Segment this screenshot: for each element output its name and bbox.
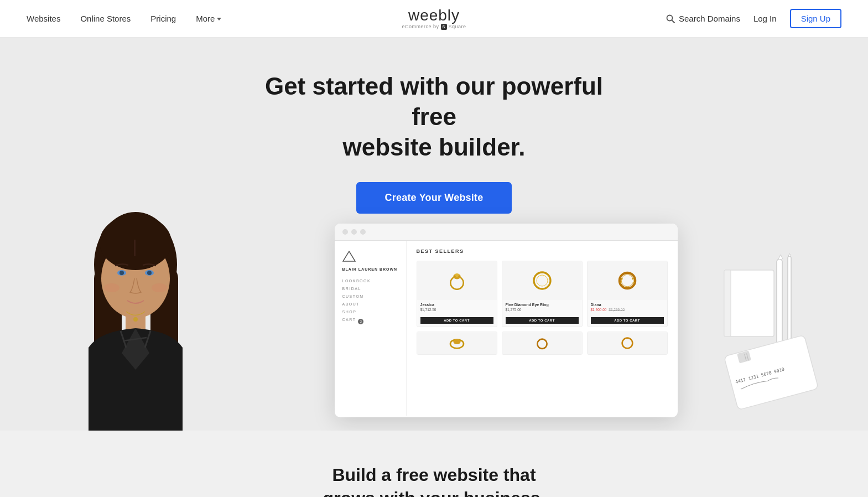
nav-left: Websites Online Stores Pricing More	[27, 14, 221, 23]
products-grid-row2	[417, 332, 668, 355]
add-to-cart-button-1[interactable]: ADD TO CART	[506, 317, 579, 324]
ring-illustration-1	[528, 267, 556, 294]
svg-rect-33	[724, 270, 731, 336]
product-img-2	[588, 261, 667, 300]
signup-button[interactable]: Sign Up	[790, 9, 841, 28]
best-sellers-title: BEST SELLERS	[417, 249, 668, 254]
browser-dot-yellow	[351, 229, 357, 235]
product-card-1: Fine Diamond Eye Ring $1,275.00 ADD TO C…	[502, 261, 583, 327]
ring-small-0	[446, 335, 468, 351]
product-name-1: Fine Diamond Eye Ring	[506, 303, 579, 307]
sidebar-nav-lookbook: LOOKBOOK	[342, 279, 398, 283]
svg-point-31	[622, 338, 632, 349]
sidebar-brand: BLAIR LAUREN BROWN	[342, 267, 398, 271]
hero-headline: Get started with our powerful free websi…	[241, 71, 628, 162]
product-price-2: $1,900.00 $3,299.00	[591, 308, 664, 312]
svg-line-1	[672, 20, 675, 23]
svg-point-15	[133, 317, 138, 322]
svg-point-22	[619, 273, 635, 288]
product-name-2: Diana	[591, 303, 664, 307]
product-name-0: Jessica	[420, 303, 493, 307]
product-card-r2-2	[587, 332, 668, 355]
search-icon	[666, 14, 675, 23]
svg-point-27	[633, 282, 635, 283]
svg-point-12	[147, 271, 152, 275]
add-to-cart-button-2[interactable]: ADD TO CART	[591, 317, 664, 324]
svg-rect-8	[134, 240, 136, 256]
brand-tagline: eCommerce by S Square	[402, 24, 466, 30]
svg-point-25	[632, 278, 633, 279]
nav-more[interactable]: More	[196, 14, 221, 23]
sidebar-nav-custom: CUSTOM	[342, 294, 398, 298]
svg-point-29	[453, 339, 460, 344]
product-img-r2-2	[588, 332, 667, 354]
create-website-button[interactable]: Create Your Website	[356, 182, 512, 214]
brand-name: weebly	[408, 8, 460, 23]
svg-point-24	[621, 278, 622, 279]
product-price-0: $1,712.50	[420, 308, 493, 312]
svg-point-13	[104, 283, 119, 292]
svg-point-14	[152, 283, 167, 292]
browser-bar	[335, 224, 678, 241]
ring-illustration-0	[443, 267, 471, 294]
ring-small-1	[531, 335, 553, 351]
person-illustration	[44, 198, 227, 431]
svg-point-21	[537, 275, 548, 286]
login-button[interactable]: Log In	[753, 14, 777, 23]
products-grid: Jessica $1,712.50 ADD TO CART	[417, 261, 668, 327]
svg-point-23	[621, 275, 633, 287]
sidebar-cart: CART 2	[342, 318, 398, 325]
product-img-1	[502, 261, 582, 300]
search-domains-button[interactable]: Search Domains	[666, 14, 740, 23]
logo[interactable]: weebly eCommerce by S Square	[402, 8, 466, 30]
product-card-r2-0	[417, 332, 497, 355]
sidebar-nav-about: ABOUT	[342, 302, 398, 306]
svg-point-26	[620, 282, 621, 283]
hero-lower: BLAIR LAUREN BROWN LOOKBOOK BRIDAL CUSTO…	[302, 224, 678, 417]
browser-main: BEST SELLERS	[407, 241, 678, 416]
site-logo-triangle	[342, 251, 356, 262]
person-svg	[44, 198, 227, 431]
browser-mockup: BLAIR LAUREN BROWN LOOKBOOK BRIDAL CUSTO…	[335, 224, 678, 417]
square-icon: S	[441, 24, 447, 30]
product-img-r2-1	[502, 332, 582, 354]
nav-online-stores[interactable]: Online Stores	[80, 14, 131, 23]
product-card-r2-1	[502, 332, 583, 355]
bottom-headline: Build a free website that grows with you…	[27, 464, 841, 497]
deco-svg: 4417 1231 5678 9010	[713, 253, 824, 420]
product-card-2: Diana $1,900.00 $3,299.00 ADD TO CART	[587, 261, 668, 327]
svg-point-30	[537, 339, 547, 349]
browser-dot-green	[360, 229, 366, 235]
svg-point-20	[534, 272, 550, 289]
sidebar-nav-shop: SHOP	[342, 310, 398, 314]
product-info-0: Jessica $1,712.50 ADD TO CART	[417, 300, 497, 327]
product-card-0: Jessica $1,712.50 ADD TO CART	[417, 261, 497, 327]
nav-websites[interactable]: Websites	[27, 14, 60, 23]
nav-pricing[interactable]: Pricing	[150, 14, 176, 23]
navbar: Websites Online Stores Pricing More weeb…	[0, 0, 868, 38]
browser-content: BLAIR LAUREN BROWN LOOKBOOK BRIDAL CUSTO…	[335, 241, 678, 416]
sidebar-nav-bridal: BRIDAL	[342, 287, 398, 291]
ring-illustration-2	[614, 267, 641, 294]
nav-right: Search Domains Log In Sign Up	[666, 9, 841, 28]
product-info-2: Diana $1,900.00 $3,299.00 ADD TO CART	[588, 300, 667, 327]
svg-point-19	[455, 273, 459, 277]
ring-small-2	[616, 335, 638, 351]
product-price-1: $1,275.00	[506, 308, 579, 312]
svg-rect-32	[724, 270, 774, 336]
product-info-1: Fine Diamond Eye Ring $1,275.00 ADD TO C…	[502, 300, 582, 327]
svg-point-10	[119, 271, 124, 275]
hero-section: Get started with our powerful free websi…	[0, 38, 868, 431]
add-to-cart-button-0[interactable]: ADD TO CART	[420, 317, 493, 324]
chevron-down-icon	[217, 18, 221, 20]
browser-dot-red	[342, 229, 348, 235]
product-img-0	[417, 261, 497, 300]
cart-badge: 2	[358, 319, 363, 324]
bottom-section: Build a free website that grows with you…	[0, 431, 868, 497]
product-img-r2-0	[417, 332, 497, 354]
svg-marker-16	[343, 251, 355, 261]
deco-illustration: 4417 1231 5678 9010	[713, 253, 824, 420]
browser-sidebar: BLAIR LAUREN BROWN LOOKBOOK BRIDAL CUSTO…	[335, 241, 407, 416]
